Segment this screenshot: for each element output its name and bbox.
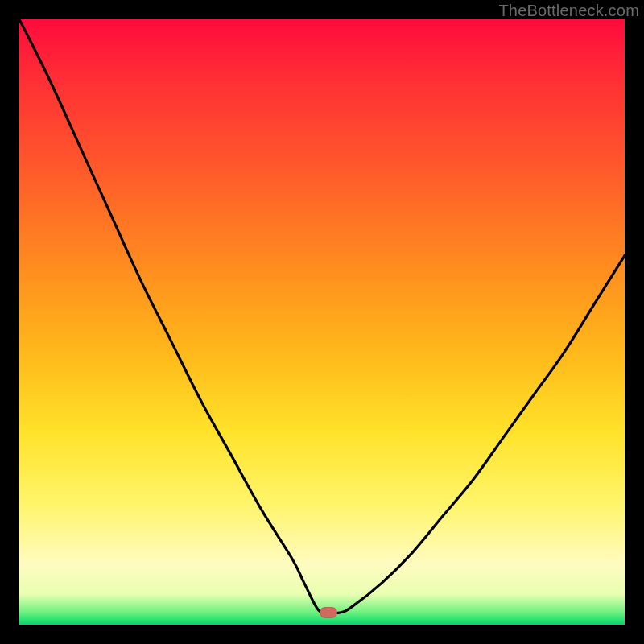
chart-stage: TheBottleneck.com — [0, 0, 644, 644]
curve-layer — [19, 19, 625, 625]
optimum-marker — [320, 607, 337, 618]
watermark-text: TheBottleneck.com — [498, 2, 639, 20]
plot-area — [19, 19, 625, 625]
bottleneck-curve — [19, 19, 625, 613]
